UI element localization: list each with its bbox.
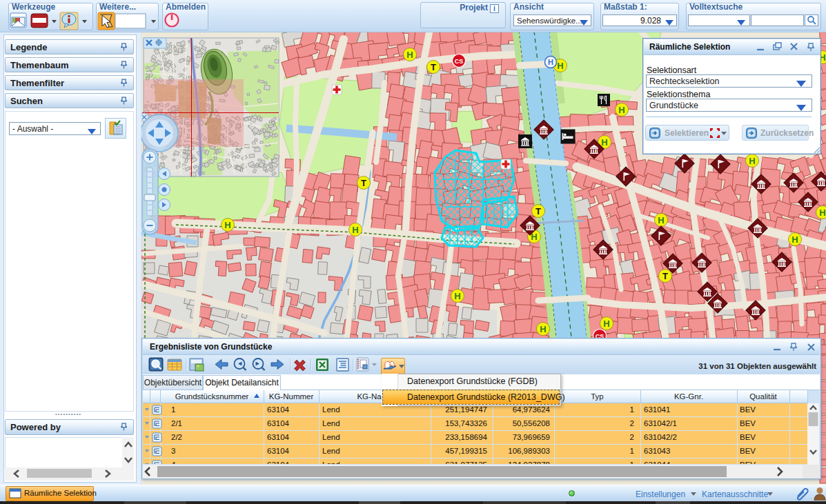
svg-text:H: H bbox=[224, 220, 230, 230]
svg-text:H: H bbox=[406, 50, 413, 60]
svg-text:H: H bbox=[791, 234, 798, 245]
svg-text:T: T bbox=[431, 62, 436, 72]
svg-text:H: H bbox=[658, 215, 664, 225]
svg-text:H: H bbox=[454, 291, 460, 301]
svg-text:H: H bbox=[557, 61, 563, 71]
svg-text:H: H bbox=[352, 225, 358, 235]
svg-text:T: T bbox=[535, 206, 541, 216]
svg-text:H: H bbox=[601, 137, 607, 148]
svg-text:H: H bbox=[540, 324, 546, 334]
svg-text:H: H bbox=[618, 105, 625, 115]
svg-text:T: T bbox=[361, 178, 366, 188]
svg-text:H: H bbox=[749, 156, 755, 166]
svg-text:H: H bbox=[548, 58, 553, 66]
svg-text:T: T bbox=[662, 271, 668, 281]
svg-text:CS: CS bbox=[455, 58, 464, 65]
svg-text:H: H bbox=[603, 319, 609, 329]
svg-text:H: H bbox=[819, 208, 825, 218]
